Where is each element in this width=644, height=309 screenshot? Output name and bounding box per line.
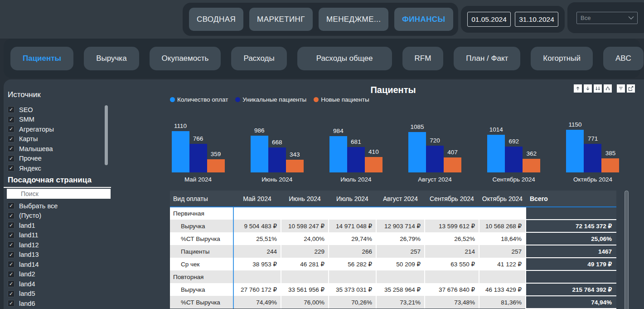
tab-пациенты[interactable]: Пациенты <box>10 47 73 70</box>
legend-label: Уникальные пациенты <box>242 96 306 103</box>
checkbox-icon[interactable]: ✓ <box>8 126 15 132</box>
checkbox-item-малышева[interactable]: ✓Малышева <box>8 144 104 154</box>
checkbox-label: land12 <box>19 241 39 249</box>
nav-tab-финансы[interactable]: ФИНАНСЫ <box>394 8 453 31</box>
checkbox-item-land4[interactable]: ✓land4 <box>8 279 108 289</box>
bar-новые-пациенты[interactable] <box>207 159 225 172</box>
checkbox-label: SMM <box>19 116 34 123</box>
row-label: %СТ Выручка <box>170 232 233 245</box>
checkbox-icon[interactable]: ✓ <box>8 280 15 287</box>
tab-окупаемость[interactable]: Окупаемость <box>150 47 221 70</box>
checkbox-icon[interactable]: ✓ <box>8 106 15 113</box>
bar-уникальные-пациенты[interactable] <box>505 147 523 172</box>
nav-tab-сводная[interactable]: СВОДНАЯ <box>189 8 243 31</box>
bar-количество-оплат[interactable] <box>566 130 584 172</box>
double-arrow-down-icon[interactable] <box>594 84 602 93</box>
bar-новые-пациенты[interactable] <box>365 157 383 172</box>
bar-количество-оплат[interactable] <box>408 132 426 172</box>
checkbox-item-яндекс[interactable]: ✓Яндекс <box>8 163 104 173</box>
checkbox-icon[interactable]: ✓ <box>8 116 15 123</box>
checkbox-icon[interactable]: ✓ <box>8 271 15 278</box>
cell-value: 214 <box>425 245 479 258</box>
legend-item-уникальные-пациенты[interactable]: Уникальные пациенты <box>235 96 306 103</box>
checkbox-item-land2[interactable]: ✓land2 <box>8 270 108 280</box>
table-header-сентябрь-2024: Сентябрь 2024 <box>425 191 479 207</box>
bar-уникальные-пациенты[interactable] <box>189 144 207 172</box>
bar-новые-пациенты[interactable] <box>523 159 540 172</box>
bar-уникальные-пациенты[interactable] <box>426 146 444 172</box>
checkbox-icon[interactable]: ✓ <box>8 241 15 248</box>
checkbox-item-land13[interactable]: ✓land13 <box>8 250 108 260</box>
date-to-input[interactable]: 31.10.2024 <box>515 12 558 27</box>
bar-уникальные-пациенты[interactable] <box>584 144 601 172</box>
tab-abc[interactable]: ABC <box>603 47 644 70</box>
legend-item-количество-оплат[interactable]: Количество оплат <box>170 96 228 103</box>
checkbox-item-land1[interactable]: ✓land1 <box>8 221 108 231</box>
checkbox-icon[interactable]: ✓ <box>8 145 15 152</box>
bar-количество-оплат[interactable] <box>172 131 189 172</box>
checkbox-item-прочее[interactable]: ✓Прочее <box>8 154 104 164</box>
checkbox-icon[interactable]: ✓ <box>8 165 15 172</box>
source-filter-list: ✓SEO✓SMM✓Агрегаторы✓Карты✓Малышева✓Проче… <box>8 105 104 173</box>
checkbox-icon[interactable]: ✓ <box>8 155 15 162</box>
tab-выручка[interactable]: Выручка <box>84 47 139 70</box>
filter-icon[interactable] <box>617 84 625 93</box>
checkbox-icon[interactable]: ✓ <box>8 300 15 307</box>
checkbox-icon[interactable]: ✓ <box>8 212 15 219</box>
checkbox-icon[interactable]: ✓ <box>8 222 15 229</box>
table-data-row-ст-выручка: %СТ Выручка25,51%24,00%29,74%26,79%26,52… <box>170 232 616 245</box>
bar-новые-пациенты[interactable] <box>601 158 619 172</box>
tab-расходы[interactable]: Расходы <box>231 47 286 70</box>
cell-value: 26,79% <box>376 232 425 245</box>
tab-rfm[interactable]: RFM <box>402 47 444 70</box>
checkbox-item-пусто[interactable]: ✓(Пусто) <box>8 211 108 221</box>
checkbox-item-seo[interactable]: ✓SEO <box>8 105 104 115</box>
arrow-up-icon[interactable] <box>574 84 582 93</box>
legend-item-новые-пациенты[interactable]: Новые пациенты <box>314 96 369 103</box>
checkbox-icon[interactable]: ✓ <box>8 202 15 209</box>
nav-tab-маркетинг[interactable]: МАРКЕТИНГ <box>249 8 313 31</box>
focus-mode-icon[interactable] <box>627 84 635 93</box>
bar-column: 1014 <box>487 112 505 172</box>
hierarchy-icon[interactable] <box>604 84 612 93</box>
checkbox-item-land12[interactable]: ✓land12 <box>8 240 108 250</box>
checkbox-icon[interactable]: ✓ <box>8 261 15 268</box>
filter-dropdown[interactable]: Все <box>576 12 638 24</box>
bar-уникальные-пациенты[interactable] <box>268 147 286 172</box>
tab-когортный[interactable]: Когортный <box>531 47 593 70</box>
cell-value: 9 504 483 ₽ <box>233 220 281 232</box>
checkbox-icon[interactable]: ✓ <box>8 290 15 297</box>
checkbox-icon[interactable]: ✓ <box>8 232 15 239</box>
source-list-scrollbar[interactable] <box>105 105 108 165</box>
chart-group-июнь-2024: 986668343Июнь 2024 <box>249 112 305 183</box>
arrow-down-icon[interactable] <box>584 84 592 93</box>
tab-расходы-общее[interactable]: Расходы общее <box>297 47 392 70</box>
checkbox-icon[interactable]: ✓ <box>8 136 15 142</box>
checkbox-item-land11[interactable]: ✓land11 <box>8 231 108 240</box>
landing-search-input[interactable] <box>7 189 111 199</box>
checkbox-item-land14[interactable]: ✓land14 <box>8 260 108 270</box>
bar-количество-оплат[interactable] <box>329 136 347 172</box>
checkbox-item-выбрать-все[interactable]: ✓Выбрать все <box>8 201 108 211</box>
bar-уникальные-пациенты[interactable] <box>347 147 365 172</box>
bar-количество-оплат[interactable] <box>251 136 268 172</box>
checkbox-icon[interactable]: ✓ <box>8 251 15 258</box>
checkbox-item-агрегаторы[interactable]: ✓Агрегаторы <box>8 124 104 134</box>
bar-новые-пациенты[interactable] <box>286 160 304 172</box>
checkbox-item-smm[interactable]: ✓SMM <box>8 115 104 125</box>
bar-количество-оплат[interactable] <box>487 135 505 172</box>
cell-value: 56 282 ₽ <box>329 258 376 270</box>
bar-новые-пациенты[interactable] <box>444 157 461 172</box>
checkbox-item-карты[interactable]: ✓Карты <box>8 134 104 144</box>
legend-dot <box>314 97 319 102</box>
tab-план-факт[interactable]: План / Факт <box>454 47 520 70</box>
checkbox-item-land5[interactable]: ✓land5 <box>8 289 108 299</box>
cell-value: 244 <box>233 245 281 258</box>
table-scrollbar[interactable] <box>625 191 629 309</box>
checkbox-item-land6[interactable]: ✓land6 <box>8 299 108 309</box>
date-from-input[interactable]: 01.05.2024 <box>467 12 511 27</box>
cell-value: 10 568 268 ₽ <box>479 220 526 232</box>
nav-tab-менеджме[interactable]: МЕНЕДЖМЕ... <box>319 8 388 31</box>
bar-column: 720 <box>426 112 444 172</box>
cell-value <box>281 270 329 283</box>
